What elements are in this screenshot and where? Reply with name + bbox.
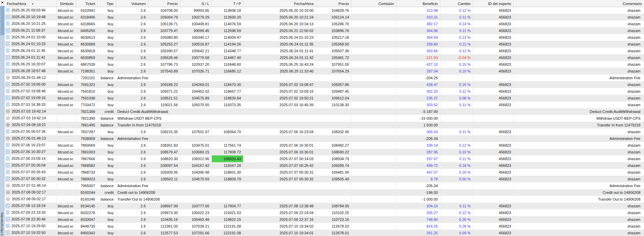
cell-expert-id (473, 75, 513, 81)
history-row[interactable]: 2025.07.09 22:30:46btcusd.sc8333047buy2.… (5, 216, 644, 223)
cell-close-price: 105481.72 (316, 54, 351, 61)
cell-sl: 107026.71 (180, 68, 211, 75)
column-header-expert-id[interactable]: ID del experto (473, 0, 513, 7)
vertical-scrollbar-thumb[interactable] (0, 6, 4, 35)
buy-order-icon (6, 49, 9, 53)
history-row[interactable]: 2025.07.05 06:07:34btcusd.sc7837287buy2.… (5, 128, 644, 135)
history-row[interactable]: 2025.07.03 16:38:33btcusd.sc7703472buy2.… (5, 101, 644, 108)
history-row[interactable]: 2025.06.29 01:46:127291101balanceAdminis… (5, 75, 644, 81)
cell-expert-id: 456823 (473, 142, 513, 149)
cell-symbol: btcusd.sc (56, 101, 76, 108)
column-header-change[interactable]: Cambio (440, 0, 473, 7)
cell-profit: 305.63 (396, 128, 440, 135)
column-header-commission[interactable]: Comisión (351, 0, 396, 7)
cell-expert-id: 456823 (473, 14, 513, 21)
history-row[interactable]: 2025.07.04 08:18:217861495balanceTransfe… (5, 122, 644, 128)
cell-open-time: 2025.07.07 00:30:32 (5, 176, 56, 182)
cell-expert-id: 456823 (473, 223, 513, 230)
history-row[interactable]: 2025.07.10 19:32:50btcusd.sc8450342buy2.… (5, 230, 644, 236)
cell-type: buy (97, 88, 116, 95)
history-row[interactable]: 2025.07.03 19:42:147821389creditDeduct C… (5, 108, 644, 115)
cell-sl: 105022.23 (180, 209, 211, 216)
buy-order-icon (6, 22, 9, 26)
cell-open-time: 2025.06.20 10:21:25 (5, 21, 56, 27)
cell-close-time: 2025.07.08 13:38:48 (243, 203, 316, 209)
cell-close-time: 2025.07.02 19:08:47 (243, 81, 316, 88)
column-header-open-time[interactable]: Fecha/Hora▲ (5, 0, 56, 7)
column-header-volume[interactable]: Volumen (116, 0, 148, 7)
history-row[interactable]: 2025.06.20 09:03:46btcusd.sc6310941buy2.… (5, 7, 644, 14)
cell-sl: 99993.66 (180, 7, 211, 14)
column-header-type[interactable]: Tipo (97, 0, 116, 7)
open-time-text: 2025.07.08 06:02:17 (12, 197, 46, 201)
cell-change: 0.12 % (440, 142, 473, 149)
cell-ticket: 7965007 (76, 182, 97, 189)
history-row[interactable]: 2025.06.24 01:11:36btcusd.sc6630818buy2.… (5, 48, 644, 54)
toolbox-tab-label[interactable]: e Herramientas (0, 212, 5, 235)
history-row[interactable]: 2025.07.02 19:06:00btcusd.sc7591322buy2.… (5, 81, 644, 88)
history-row[interactable]: 2025.06.21 11:58:37btcusd.sc6405250buy2.… (5, 27, 644, 34)
history-row[interactable]: 2025.07.03 19:42:147821390balanceWithdra… (5, 115, 644, 122)
history-row[interactable]: 2025.07.08 06:02:178160246balanceTransfe… (5, 196, 644, 203)
buy-order-icon (6, 102, 9, 107)
buy-order-icon (6, 129, 9, 134)
cell-volume: 2.6 (116, 169, 148, 176)
history-row[interactable]: 2025.06.20 10:19:48btcusd.sc6318495buy2.… (5, 14, 644, 21)
history-row[interactable]: 2025.07.07 00:26:04btcusd.sc7868582buy2.… (5, 162, 644, 169)
column-header-sl[interactable]: S / L (180, 0, 211, 7)
history-row[interactable]: 2025.06.24 01:11:41btcusd.sc6630859buy2.… (5, 54, 644, 61)
cell-ticket: 8160244 (76, 189, 97, 196)
close-panel-button[interactable]: ✕ (0, 0, 5, 6)
open-time-text: 2025.07.08 06:02:17 (12, 190, 46, 194)
history-row[interactable]: 2025.07.02 19:09:16btcusd.sc7591938buy2.… (5, 95, 644, 101)
history-row[interactable]: 2025.07.06 16:30:27btcusd.sc7861003buy2.… (5, 149, 644, 155)
column-header-open-price[interactable]: Precio (148, 0, 180, 7)
cell-open-time: 2025.07.03 19:42:14 (5, 108, 56, 115)
history-row[interactable]: 2025.06.28 18:57:48btcusd.sc7198351buy2.… (5, 68, 644, 75)
cell-symbol (56, 108, 76, 115)
column-header-profit[interactable]: Beneficio (396, 0, 440, 7)
history-row[interactable]: 2025.07.06 23:09:14btcusd.sc7867666buy2.… (5, 155, 644, 162)
cell-ticket: 8104145 (76, 203, 97, 209)
cell-symbol: btcusd.sc (56, 216, 76, 223)
buy-order-icon (6, 28, 9, 33)
history-row[interactable]: 2025.07.08 13:18:24btcusd.sc8104145buy2.… (5, 203, 644, 209)
cell-type: buy (97, 48, 116, 54)
cell-expert-id: 456823 (473, 230, 513, 236)
cell-expert-id: 456823 (473, 68, 513, 75)
cell-volume: 2.6 (116, 203, 148, 209)
history-row[interactable]: 2025.07.09 22:19:33btcusd.sc8332278buy2.… (5, 209, 644, 216)
column-header-close-time[interactable]: Fecha/Hora (243, 0, 316, 7)
cell-tp: 114076.59 (211, 21, 243, 27)
cell-open-price: 110435.16 (148, 216, 180, 223)
history-row[interactable]: 2025.07.06 16:23:07btcusd.sc7860669buy2.… (5, 142, 644, 149)
cell-close-time: 2025.07.09 22:37:16 (243, 216, 316, 223)
column-header-symbol[interactable]: Símbolo (56, 0, 76, 7)
history-row[interactable]: 2025.07.07 01:46:147965007balanceAdminis… (5, 182, 644, 189)
cell-symbol: btcusd.sc (56, 203, 76, 209)
cell-symbol: btcusd.sc (56, 142, 76, 149)
column-header-tp[interactable]: T / P (211, 0, 243, 7)
history-row[interactable]: 2025.06.24 01:10:23btcusd.sc6630689buy2.… (5, 41, 644, 48)
history-row[interactable]: 2025.07.02 19:08:48btcusd.sc7591810buy2.… (5, 88, 644, 95)
history-row[interactable]: 2025.07.10 19:29:50btcusd.sc8449735buy2.… (5, 223, 644, 230)
cell-symbol: btcusd.sc (56, 230, 76, 236)
history-row[interactable]: 2025.07.06 01:46:137938909balanceAdminis… (5, 135, 644, 142)
column-header-close-price[interactable]: Precio (316, 0, 351, 7)
cell-open-price: 105528.46 (148, 54, 180, 61)
history-row[interactable]: 2025.07.07 00:30:32btcusd.sc7869023buy2.… (5, 176, 644, 182)
history-row[interactable]: 2025.07.08 06:02:178160244creditCredit o… (5, 189, 644, 196)
cell-tp: 122191.08 (211, 230, 243, 236)
cell-sl: 103777.66 (180, 203, 211, 209)
cell-open-price: 108351.83 (148, 142, 180, 149)
column-header-ticket[interactable]: Ticket (76, 0, 97, 7)
history-row[interactable]: 2025.06.24 01:10:00btcusd.sc6630613buy2.… (5, 34, 644, 41)
cell-sl: 108312.96 (180, 155, 211, 162)
history-row[interactable]: 2025.07.07 00:26:43btcusd.sc7868733buy2.… (5, 169, 644, 176)
cell-comment: shazam (513, 41, 644, 48)
history-row[interactable]: 2025.06.20 10:21:25btcusd.sc6318665buy2.… (5, 21, 644, 27)
cell-comment: shazam (513, 155, 644, 162)
cell-sl: 104575.89 (180, 95, 211, 101)
history-row[interactable]: 2025.06.25 16:20:07btcusd.sc6867039buy2.… (5, 61, 644, 68)
column-header-comment[interactable]: Comentario (513, 0, 644, 7)
